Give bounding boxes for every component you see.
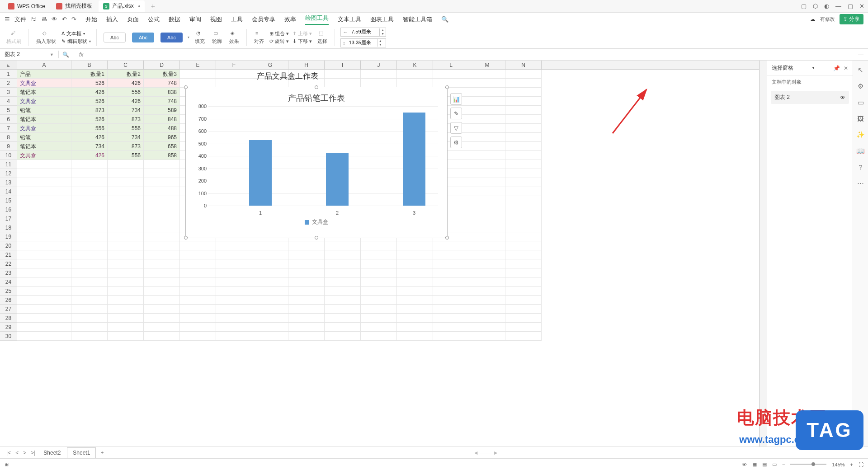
height-down[interactable]: ▼	[377, 43, 383, 47]
cell[interactable]	[108, 287, 144, 296]
cell[interactable]: 产品	[17, 70, 71, 79]
menu-smart-toolbox[interactable]: 智能工具箱	[403, 15, 432, 24]
row-header[interactable]: 1	[0, 70, 17, 79]
cell[interactable]	[71, 323, 108, 332]
cell[interactable]	[397, 277, 433, 287]
width-up[interactable]: ▲	[380, 28, 386, 32]
cell[interactable]: 笔记本	[17, 115, 71, 124]
cell[interactable]	[144, 223, 180, 232]
cell[interactable]	[361, 323, 397, 332]
menu-formula[interactable]: 公式	[148, 15, 160, 24]
chart-2[interactable]: 产品铅笔工作表 0100200300400500600700800123 文具盒	[185, 87, 448, 238]
cell[interactable]	[505, 205, 542, 214]
cell[interactable]	[108, 296, 144, 305]
cell[interactable]	[361, 305, 397, 314]
cell[interactable]	[71, 332, 108, 341]
namebox-dropdown-icon[interactable]: ▼	[50, 52, 54, 57]
cell[interactable]: 589	[144, 106, 180, 115]
cell[interactable]	[397, 79, 433, 88]
cell[interactable]	[469, 106, 505, 115]
cell[interactable]	[505, 323, 542, 332]
cell[interactable]	[252, 241, 288, 250]
cell[interactable]	[180, 250, 216, 259]
cell[interactable]	[71, 259, 108, 268]
selection-item-chart2[interactable]: 图表 2 👁	[771, 91, 849, 104]
cell[interactable]	[108, 268, 144, 277]
cell[interactable]	[144, 214, 180, 223]
cell[interactable]	[325, 241, 361, 250]
cell[interactable]	[505, 196, 542, 205]
menu-chart-tools[interactable]: 图表工具	[370, 15, 394, 24]
cell[interactable]	[505, 314, 542, 323]
cell[interactable]	[71, 232, 108, 241]
cell[interactable]	[505, 214, 542, 223]
row-header[interactable]: 27	[0, 305, 17, 314]
row-header[interactable]: 25	[0, 287, 17, 296]
share-button[interactable]: ⇪ 分享	[840, 14, 863, 24]
cell[interactable]: 笔记本	[17, 142, 71, 151]
cell[interactable]	[469, 115, 505, 124]
cell[interactable]	[433, 250, 469, 259]
cell[interactable]	[325, 259, 361, 268]
cell[interactable]	[17, 205, 71, 214]
chart-plot-area[interactable]: 0100200300400500600700800123	[208, 106, 438, 206]
sheet-nav-last[interactable]: >|	[29, 450, 37, 456]
cell[interactable]: 556	[108, 124, 144, 133]
rail-effects-icon[interactable]: ✨	[856, 131, 865, 139]
cell[interactable]	[505, 115, 542, 124]
cell[interactable]	[469, 296, 505, 305]
cell[interactable]	[216, 241, 252, 250]
cell[interactable]: 965	[144, 133, 180, 142]
cell[interactable]	[17, 287, 71, 296]
row-header[interactable]: 30	[0, 332, 17, 341]
row-header[interactable]: 18	[0, 223, 17, 232]
chart-filter-button[interactable]: ▽	[450, 122, 462, 134]
cell[interactable]	[71, 268, 108, 277]
chart-settings-button[interactable]: ⚙	[450, 136, 462, 148]
cell[interactable]	[216, 323, 252, 332]
cell[interactable]	[144, 196, 180, 205]
height-input[interactable]: ↕▲▼	[340, 38, 386, 47]
cell[interactable]	[469, 305, 505, 314]
cell[interactable]	[180, 287, 216, 296]
cell[interactable]	[144, 277, 180, 287]
cell[interactable]: 笔记本	[17, 88, 71, 97]
menu-insert[interactable]: 插入	[106, 15, 118, 24]
redo-icon[interactable]: ↷	[71, 16, 76, 23]
close-button[interactable]: ✕	[859, 3, 864, 9]
cell[interactable]	[288, 296, 325, 305]
cell[interactable]	[469, 88, 505, 97]
cell[interactable]	[17, 187, 71, 196]
width-field[interactable]	[349, 29, 379, 35]
cell[interactable]: 铅笔	[17, 106, 71, 115]
cell[interactable]: 426	[108, 97, 144, 106]
cell[interactable]	[216, 268, 252, 277]
cell[interactable]	[433, 79, 469, 88]
cell[interactable]	[397, 296, 433, 305]
cell[interactable]	[252, 305, 288, 314]
menu-icon[interactable]: ☰	[5, 16, 10, 23]
cell[interactable]: 488	[144, 124, 180, 133]
cell[interactable]: 数量1	[71, 70, 108, 79]
cell[interactable]	[397, 241, 433, 250]
cell[interactable]	[71, 241, 108, 250]
cell[interactable]	[433, 296, 469, 305]
chart-elements-button[interactable]: 📊	[450, 93, 462, 105]
col-D[interactable]: D	[144, 61, 180, 69]
col-K[interactable]: K	[397, 61, 433, 69]
cell[interactable]	[397, 332, 433, 341]
cell[interactable]	[469, 268, 505, 277]
visibility-icon[interactable]: 👁	[840, 94, 845, 101]
cell[interactable]	[505, 268, 542, 277]
cell[interactable]	[216, 287, 252, 296]
cell[interactable]	[505, 296, 542, 305]
cell[interactable]	[180, 241, 216, 250]
cell[interactable]	[71, 169, 108, 178]
outline-button[interactable]: ▭轮廓	[210, 30, 224, 45]
cell[interactable]	[17, 160, 71, 169]
cell[interactable]	[433, 70, 469, 79]
cell[interactable]: 文具盒	[17, 97, 71, 106]
cell[interactable]: 556	[71, 124, 108, 133]
view-normal-icon[interactable]: 👁	[742, 462, 747, 467]
cell[interactable]	[144, 268, 180, 277]
